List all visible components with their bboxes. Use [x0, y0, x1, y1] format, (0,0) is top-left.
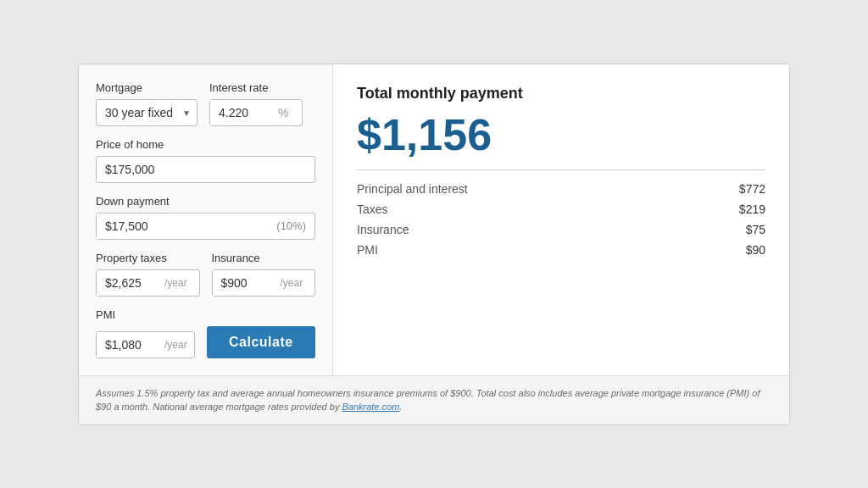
mortgage-select[interactable]: 30 year fixed 15 year fixed 5/1 ARM: [96, 99, 198, 126]
footer-text: Assumes 1.5% property tax and average an…: [96, 388, 760, 413]
footer-suffix: .: [399, 402, 402, 412]
interest-input-wrapper: %: [209, 99, 303, 126]
property-taxes-wrapper: /year: [96, 269, 200, 297]
breakdown-value: $90: [746, 243, 765, 257]
mortgage-interest-row: Mortgage 30 year fixed 15 year fixed 5/1…: [96, 81, 315, 126]
price-input[interactable]: [96, 156, 315, 183]
left-panel: Mortgage 30 year fixed 15 year fixed 5/1…: [79, 64, 333, 375]
pmi-wrapper: /year: [96, 331, 195, 358]
calculator-container: Mortgage 30 year fixed 15 year fixed 5/1…: [78, 64, 790, 425]
down-payment-input-wrapper: (10%): [96, 213, 315, 240]
breakdown-row: Principal and interest$772: [357, 182, 765, 196]
right-panel: Total monthly payment $1,156 Principal a…: [333, 64, 789, 375]
breakdown-label: Taxes: [357, 202, 388, 216]
breakdown-label: Principal and interest: [357, 182, 468, 196]
percent-symbol: %: [278, 106, 295, 119]
insurance-wrapper: /year: [212, 269, 316, 297]
interest-rate-group: Interest rate %: [209, 81, 303, 126]
down-payment-percent: (10%): [276, 219, 314, 232]
down-payment-label: Down payment: [96, 195, 315, 208]
price-group: Price of home: [96, 138, 315, 183]
mortgage-group: Mortgage 30 year fixed 15 year fixed 5/1…: [96, 81, 198, 126]
mortgage-select-wrapper: 30 year fixed 15 year fixed 5/1 ARM ▼: [96, 99, 198, 126]
insurance-unit: /year: [281, 277, 310, 289]
main-content: Mortgage 30 year fixed 15 year fixed 5/1…: [79, 64, 789, 375]
calculate-button[interactable]: Calculate: [207, 326, 315, 358]
footer-note: Assumes 1.5% property tax and average an…: [79, 375, 789, 424]
breakdown-row: Insurance$75: [357, 223, 765, 236]
pmi-input-group: /year: [96, 331, 195, 358]
bankrate-link[interactable]: Bankrate.com: [342, 402, 399, 412]
mortgage-label: Mortgage: [96, 81, 198, 94]
insurance-group: Insurance /year: [212, 252, 316, 297]
pmi-row: /year Calculate: [96, 326, 315, 358]
divider: [357, 169, 765, 170]
breakdown-label: Insurance: [357, 223, 409, 236]
property-taxes-unit: /year: [164, 277, 194, 289]
price-label: Price of home: [96, 138, 315, 151]
breakdown-value: $219: [739, 202, 765, 216]
property-taxes-label: Property taxes: [96, 252, 200, 264]
taxes-insurance-row: Property taxes /year Insurance /year: [96, 252, 315, 297]
breakdown-value: $772: [739, 182, 765, 196]
property-taxes-input[interactable]: [97, 270, 164, 296]
interest-rate-label: Interest rate: [209, 81, 303, 94]
insurance-label: Insurance: [212, 252, 316, 264]
breakdown-value: $75: [746, 223, 765, 236]
property-taxes-group: Property taxes /year: [96, 252, 200, 297]
interest-rate-input[interactable]: [210, 100, 278, 125]
breakdown-label: PMI: [357, 243, 378, 257]
pmi-label: PMI: [96, 308, 315, 321]
breakdown-list: Principal and interest$772Taxes$219Insur…: [357, 182, 765, 257]
breakdown-row: Taxes$219: [357, 202, 765, 216]
insurance-input[interactable]: [213, 270, 281, 296]
total-amount: $1,156: [357, 111, 765, 159]
pmi-calculate-group: PMI /year Calculate: [96, 308, 315, 358]
breakdown-row: PMI$90: [357, 243, 765, 257]
pmi-input[interactable]: [97, 332, 164, 358]
down-payment-group: Down payment (10%): [96, 195, 315, 240]
total-label: Total monthly payment: [357, 85, 765, 103]
down-payment-input[interactable]: [97, 214, 276, 239]
pmi-unit: /year: [164, 339, 194, 351]
